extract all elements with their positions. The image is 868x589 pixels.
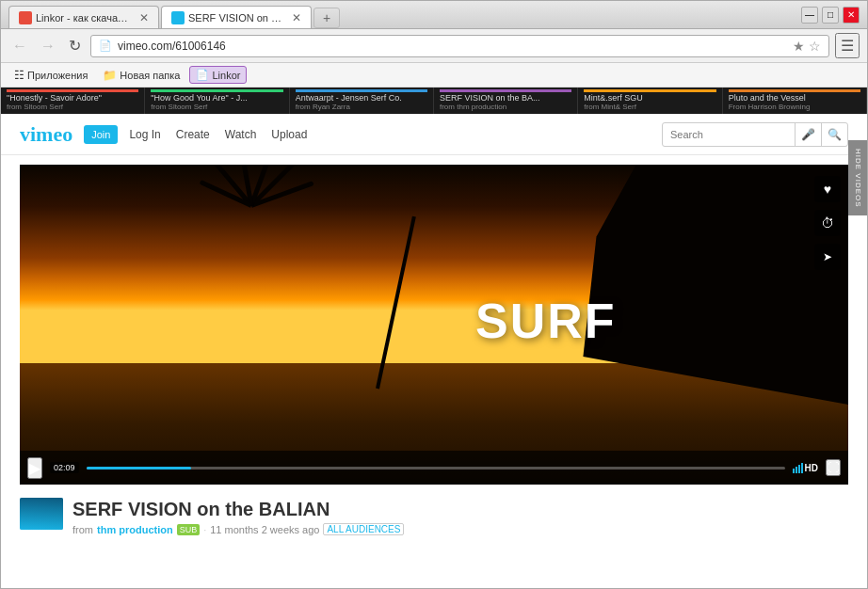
strip-color-1 xyxy=(151,89,282,92)
hide-videos-button[interactable]: HIDE VIDEOS xyxy=(848,140,867,215)
strip-title-1: "How Good You Are" - J... xyxy=(151,93,282,103)
vimeo-logo: vimeo xyxy=(20,122,72,147)
address-page-icon: 📄 xyxy=(99,40,112,52)
strip-item-0[interactable]: "Honestly - Savoir Adore" from Sltoom Se… xyxy=(1,88,145,114)
strip-item-2[interactable]: Antwaarpt - Jensen Serf Co. from Ryan Za… xyxy=(290,88,434,114)
tab-title-2: SERF VISION on the BALIA... xyxy=(188,12,284,24)
video-share-button[interactable]: ➤ xyxy=(814,244,841,270)
strip-color-4 xyxy=(584,89,715,92)
strip-item-4[interactable]: Mint&.serf SGU from Mint& Serf xyxy=(578,88,722,114)
progress-fill xyxy=(87,467,191,470)
star-empty-icon[interactable]: ☆ xyxy=(809,39,821,54)
bookmark-apps-label: Приложения xyxy=(27,70,88,81)
bookmark-apps[interactable]: ☷ Приложения xyxy=(8,67,93,84)
nav-upload[interactable]: Upload xyxy=(271,128,307,141)
join-button[interactable]: Join xyxy=(84,125,118,144)
strip-color-2 xyxy=(296,89,427,92)
browser-window: Linkor - как скачать с ВК... ✕ SERF VISI… xyxy=(0,0,868,589)
address-bar[interactable]: 📄 vimeo.com/61006146 ★ ☆ xyxy=(90,35,829,57)
search-go-button[interactable]: 🔍 xyxy=(821,123,847,146)
video-action-buttons: ♥ ⏱ ➤ xyxy=(814,176,841,270)
tab-title-1: Linkor - как скачать с ВК... xyxy=(36,12,132,24)
strip-title-0: "Honestly - Savoir Adore" xyxy=(7,93,138,103)
refresh-button[interactable]: ↻ xyxy=(65,35,85,56)
strip-color-3 xyxy=(440,89,571,92)
meta-dot: · xyxy=(203,524,206,535)
forward-button[interactable]: → xyxy=(37,36,59,56)
strip-title-2: Antwaarpt - Jensen Serf Co. xyxy=(296,93,427,103)
bookmark-linkor[interactable]: 📄 Linkor xyxy=(189,66,247,84)
video-controls: ▶ 02:09 HD xyxy=(20,451,848,485)
video-details: SERF VISION on the BALIAN from thm produ… xyxy=(72,498,848,535)
minimize-button[interactable]: — xyxy=(801,7,818,24)
strip-color-5 xyxy=(729,89,860,92)
bookmarks-bar: ☷ Приложения 📁 Новая папка 📄 Linkor xyxy=(1,63,867,88)
maximize-button[interactable]: □ xyxy=(822,7,839,24)
progress-bar[interactable] xyxy=(87,467,785,470)
tab-favicon-1 xyxy=(19,11,32,24)
bookmark-star-icon[interactable]: ★ xyxy=(793,39,805,54)
page-icon: 📄 xyxy=(196,69,209,81)
video-thumbnail xyxy=(20,498,63,530)
nav-watch[interactable]: Watch xyxy=(225,128,257,141)
search-box: 🎤 🔍 xyxy=(662,122,848,147)
video-author[interactable]: thm production xyxy=(97,524,173,535)
fullscreen-button[interactable]: ⛶ xyxy=(826,459,841,476)
browser-menu-button[interactable]: ☰ xyxy=(835,33,860,58)
window-controls: — □ ✕ xyxy=(801,7,860,24)
video-watch-later-button[interactable]: ⏱ xyxy=(814,210,841,236)
navigation-bar: ← → ↻ 📄 vimeo.com/61006146 ★ ☆ ☰ xyxy=(1,29,867,63)
video-meta: from thm production SUB · 11 months 2 we… xyxy=(72,523,848,535)
strip-from-2: from Ryan Zarra xyxy=(296,103,427,111)
hd-bar-2 xyxy=(796,467,797,473)
strip-item-3[interactable]: SERF VISION on the BA... from thm produc… xyxy=(434,88,578,114)
surf-text: SURF xyxy=(475,293,617,349)
strip-item-1[interactable]: "How Good You Are" - J... from Sltoom Se… xyxy=(145,88,289,114)
hd-bar-1 xyxy=(793,469,795,473)
nav-create[interactable]: Create xyxy=(176,128,210,141)
video-strip: "Honestly - Savoir Adore" from Sltoom Se… xyxy=(1,88,867,114)
strip-from-3: from thm production xyxy=(440,103,571,111)
search-input[interactable] xyxy=(663,129,795,140)
video-heart-button[interactable]: ♥ xyxy=(814,176,841,202)
hd-bar-3 xyxy=(798,465,800,473)
tab-linkor[interactable]: Linkor - как скачать с ВК... ✕ xyxy=(8,6,159,28)
search-mic-button[interactable]: 🎤 xyxy=(795,123,821,146)
bookmark-folder-label: Новая папка xyxy=(120,70,180,81)
video-player: SURF ♥ ⏱ ➤ xyxy=(20,165,848,485)
video-thumb-inner xyxy=(20,498,63,530)
tab-vimeo[interactable]: SERF VISION on the BALIA... ✕ xyxy=(161,6,312,28)
nav-links: Log In Create Watch Upload xyxy=(129,128,307,141)
back-button[interactable]: ← xyxy=(8,36,31,56)
tab-close-1[interactable]: ✕ xyxy=(139,11,149,24)
video-from-label: from xyxy=(72,524,93,535)
author-sub-badge: SUB xyxy=(177,524,201,535)
strip-from-1: from Sltoom Serf xyxy=(151,103,282,111)
hd-bars xyxy=(793,463,803,473)
address-text: vimeo.com/61006146 xyxy=(118,40,226,53)
strip-item-5[interactable]: Pluto and the Vessel From Harrison Brown… xyxy=(723,88,867,114)
video-duration: 02:09 xyxy=(50,462,79,473)
video-time-ago: 11 months 2 weeks ago xyxy=(210,524,319,535)
tab-bar: Linkor - как скачать с ВК... ✕ SERF VISI… xyxy=(8,1,340,28)
play-button[interactable]: ▶ xyxy=(27,457,42,479)
bookmark-folder[interactable]: 📁 Новая папка xyxy=(97,67,185,84)
hd-bar-4 xyxy=(801,463,803,473)
video-title: SERF VISION on the BALIAN xyxy=(72,498,848,520)
strip-from-0: from Sltoom Serf xyxy=(7,103,138,111)
new-tab-button[interactable]: + xyxy=(313,8,340,28)
strip-title-5: Pluto and the Vessel xyxy=(729,93,860,103)
vimeo-header: vimeo Join Log In Create Watch Upload 🎤 … xyxy=(1,114,867,155)
apps-icon: ☷ xyxy=(14,69,24,82)
close-button[interactable]: ✕ xyxy=(843,7,860,24)
strip-color-0 xyxy=(7,89,138,92)
tab-favicon-2 xyxy=(171,11,185,24)
nav-login[interactable]: Log In xyxy=(129,128,160,141)
title-bar: Linkor - как скачать с ВК... ✕ SERF VISI… xyxy=(1,1,867,29)
tab-close-2[interactable]: ✕ xyxy=(292,11,301,24)
audience-label[interactable]: ALL AUDIENCES xyxy=(323,523,404,535)
strip-from-4: from Mint& Serf xyxy=(584,103,715,111)
folder-icon: 📁 xyxy=(103,69,117,82)
bookmark-linkor-label: Linkor xyxy=(212,70,240,81)
vimeo-site: "Honestly - Savoir Adore" from Sltoom Se… xyxy=(1,88,867,588)
